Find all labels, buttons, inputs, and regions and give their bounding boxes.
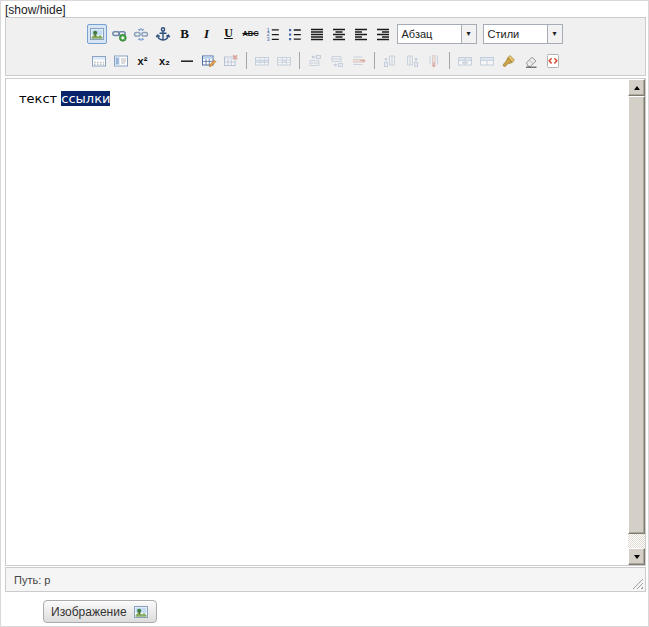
insert-col-after-button xyxy=(402,51,422,71)
cleanup-button[interactable] xyxy=(499,51,519,71)
delete-table-icon xyxy=(223,53,239,69)
show-hide-toggle[interactable]: [show/hide] xyxy=(5,3,66,17)
svg-text:3: 3 xyxy=(266,36,269,42)
toolbar-separator xyxy=(449,52,450,69)
col-after-icon xyxy=(404,53,420,69)
col-delete-icon xyxy=(426,53,442,69)
delete-col-button xyxy=(424,51,444,71)
strikethrough-button[interactable]: ABC xyxy=(241,24,261,44)
row-properties-button xyxy=(252,51,272,71)
paragraph: текст ссылки xyxy=(19,91,615,106)
align-left-icon xyxy=(353,26,369,42)
split-cells-icon xyxy=(457,53,473,69)
element-path: Путь: p xyxy=(14,574,50,586)
image-button[interactable]: Изображение xyxy=(43,600,157,623)
insert-link-button[interactable] xyxy=(109,24,129,44)
merge-cells-icon xyxy=(479,53,495,69)
image-button-label: Изображение xyxy=(51,605,127,619)
editor-content[interactable]: текст ссылки xyxy=(6,79,628,565)
merge-cells-button xyxy=(477,51,497,71)
align-center-icon xyxy=(331,26,347,42)
selected-text: ссылки xyxy=(61,91,110,106)
rich-text-editor: [show/hide] BIUABC123Абзац▾Стили▾ x²x₂ т… xyxy=(0,0,649,627)
ul-icon xyxy=(287,26,303,42)
row-props-icon xyxy=(254,53,270,69)
chevron-down-icon[interactable]: ▾ xyxy=(547,25,562,43)
delete-row-button xyxy=(349,51,369,71)
horizontal-rule-button[interactable] xyxy=(177,51,197,71)
guidelines-icon xyxy=(91,53,107,69)
subscript-button-label: x₂ xyxy=(159,55,170,67)
eraser-icon xyxy=(523,53,539,69)
editor-frame: текст ссылки xyxy=(5,78,646,566)
anchor-button[interactable] xyxy=(153,24,173,44)
align-center-button[interactable] xyxy=(329,24,349,44)
delete-table-button xyxy=(221,51,241,71)
styleprops-icon xyxy=(113,53,129,69)
html-source-button[interactable] xyxy=(543,51,563,71)
italic-button[interactable]: I xyxy=(197,24,217,44)
insert-row-after-button xyxy=(327,51,347,71)
cleanup-icon xyxy=(501,53,517,69)
chevron-down-icon[interactable]: ▾ xyxy=(461,25,476,43)
justify-full-icon xyxy=(309,26,325,42)
strikethrough-button-label: ABC xyxy=(242,29,258,38)
split-cells-button xyxy=(455,51,475,71)
paragraph-text: текст xyxy=(19,91,61,106)
arrow-up-icon xyxy=(634,86,640,90)
unlink-button[interactable] xyxy=(131,24,151,44)
underline-button[interactable]: U xyxy=(219,24,239,44)
align-right-button[interactable] xyxy=(373,24,393,44)
image-icon xyxy=(133,604,149,620)
bold-button-label: B xyxy=(180,26,189,42)
table-icon xyxy=(201,53,217,69)
arrow-down-icon xyxy=(634,555,640,559)
row-delete-icon xyxy=(351,53,367,69)
image-icon xyxy=(89,26,105,42)
resize-handle[interactable] xyxy=(632,578,643,589)
superscript-button[interactable]: x² xyxy=(133,51,153,71)
toolbar-separator xyxy=(374,52,375,69)
ol-icon: 123 xyxy=(265,26,281,42)
scroll-up-button[interactable] xyxy=(628,79,645,96)
link-icon xyxy=(111,26,127,42)
toolbar-row-1: BIUABC123Абзац▾Стили▾ xyxy=(6,20,645,47)
col-before-icon xyxy=(382,53,398,69)
remove-format-button[interactable] xyxy=(521,51,541,71)
insert-table-button[interactable] xyxy=(199,51,219,71)
status-bar: Путь: p xyxy=(5,567,646,592)
insert-image-button[interactable] xyxy=(87,24,107,44)
html-icon xyxy=(545,53,561,69)
hr-icon xyxy=(179,53,195,69)
toolbar-separator xyxy=(246,52,247,69)
row-before-icon xyxy=(307,53,323,69)
anchor-icon xyxy=(155,26,171,42)
format-dropdown[interactable]: Абзац▾ xyxy=(397,24,477,44)
unlink-icon xyxy=(133,26,149,42)
underline-button-label: U xyxy=(224,26,233,41)
row-after-icon xyxy=(329,53,345,69)
styles-dropdown[interactable]: Стили▾ xyxy=(483,24,563,44)
justify-full-button[interactable] xyxy=(307,24,327,44)
scroll-down-button[interactable] xyxy=(628,548,645,565)
toggle-guidelines-button[interactable] xyxy=(89,51,109,71)
subscript-button[interactable]: x₂ xyxy=(155,51,175,71)
bullet-list-button[interactable] xyxy=(285,24,305,44)
ordered-list-button[interactable]: 123 xyxy=(263,24,283,44)
format-dropdown-value: Абзац xyxy=(398,25,461,43)
bold-button[interactable]: B xyxy=(175,24,195,44)
insert-col-before-button xyxy=(380,51,400,71)
toolbar-separator xyxy=(299,52,300,69)
styles-dropdown-value: Стили xyxy=(484,25,547,43)
insert-row-before-button xyxy=(305,51,325,71)
superscript-button-label: x² xyxy=(138,55,148,67)
editor-toolbar: BIUABC123Абзац▾Стили▾ x²x₂ xyxy=(5,17,646,76)
style-properties-button[interactable] xyxy=(111,51,131,71)
align-right-icon xyxy=(375,26,391,42)
italic-button-label: I xyxy=(204,26,209,42)
vertical-scrollbar[interactable] xyxy=(628,79,645,565)
toolbar-row-2: x²x₂ xyxy=(6,47,645,74)
scrollbar-thumb[interactable] xyxy=(628,96,645,534)
cell-props-icon xyxy=(276,53,292,69)
align-left-button[interactable] xyxy=(351,24,371,44)
